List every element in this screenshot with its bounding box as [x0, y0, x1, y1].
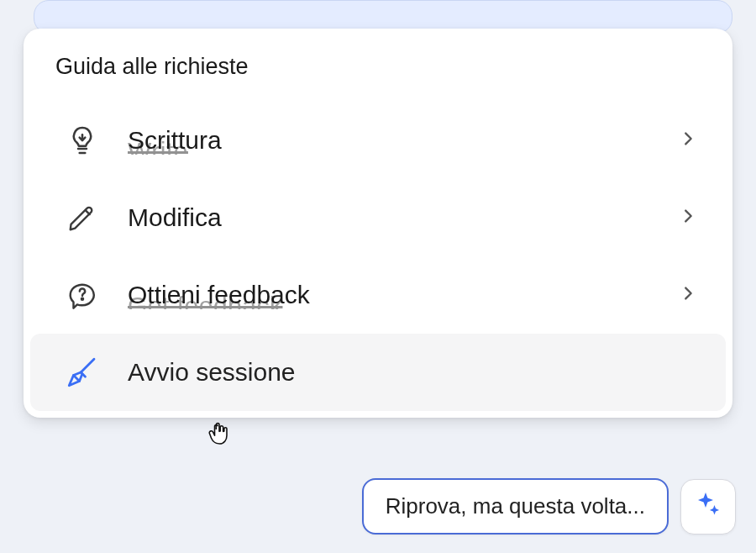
- menu-label: Ottieni feedback: [128, 281, 310, 308]
- retry-button[interactable]: Riprova, ma questa volta...: [362, 478, 669, 535]
- prompt-guide-popover: Guida alle richieste Write Scrittura: [24, 29, 732, 418]
- broom-icon: [62, 352, 102, 392]
- popover-title: Guida alle richieste: [24, 49, 732, 102]
- menu-item-edit[interactable]: Modifica: [30, 179, 726, 256]
- menu-label: Modifica: [128, 203, 222, 231]
- menu-label: Avvio sessione: [128, 358, 296, 386]
- menu-label: Scrittura: [128, 126, 222, 154]
- menu-item-write[interactable]: Write Scrittura: [30, 102, 726, 179]
- bottom-bar: Riprova, ma questa volta...: [0, 478, 756, 535]
- sparkle-button[interactable]: [680, 479, 736, 535]
- chevron-right-icon: [679, 207, 702, 229]
- chevron-right-icon: [679, 284, 702, 306]
- menu-item-new-session[interactable]: Avvio sessione: [30, 334, 726, 411]
- lightbulb-icon: [62, 120, 102, 161]
- menu-item-feedback[interactable]: Get feedback Ottieni feedback: [30, 256, 726, 334]
- chat-question-icon: [62, 275, 102, 315]
- svg-point-0: [81, 298, 83, 300]
- sparkle-icon: [693, 490, 723, 523]
- pencil-icon: [62, 198, 102, 238]
- chevron-right-icon: [679, 129, 702, 151]
